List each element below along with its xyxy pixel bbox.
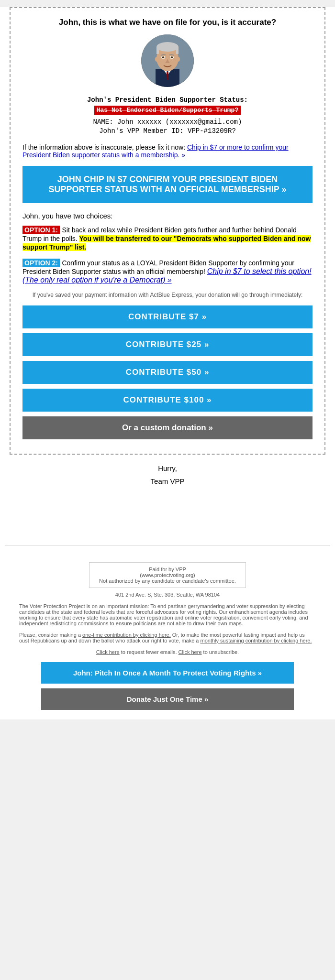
option1-label: OPTION 1: [22, 226, 60, 234]
bottom-cta-gray-button[interactable]: Donate Just One Time » [41, 688, 294, 710]
status-block: John's President Biden Supporter Status:… [22, 96, 313, 135]
svg-point-6 [156, 42, 179, 52]
svg-rect-7 [156, 47, 159, 54]
paid-for-box: Paid for by VPP (www.protectvoting.org) … [89, 562, 246, 588]
address-text: 401 2nd Ave. S, Ste. 303, Seattle, WA 98… [10, 592, 325, 598]
mission-text: The Voter Protection Project is on an im… [10, 603, 325, 626]
status-member-id: John's VPP Member ID: VPP-#13209R? [22, 127, 313, 135]
custom-donation-button[interactable]: Or a custom donation » [22, 416, 313, 439]
consider-text: Please, consider making a one-time contr… [10, 632, 325, 643]
consider-text-1: Please, consider making a [19, 632, 82, 638]
header-title: John, this is what we have on file for y… [22, 18, 313, 27]
paid-for-line3: Not authorized by any candidate or candi… [99, 578, 236, 584]
status-badge: Has Not Endorsed Biden/Supports Trump? [94, 106, 241, 115]
avatar-image [141, 34, 194, 87]
paid-for-line2: (www.protectvoting.org) [99, 572, 236, 578]
consider-link-2[interactable]: monthly sustaining contribution by click… [201, 638, 312, 643]
inaccurate-section: If the information above is inaccurate, … [22, 143, 313, 159]
unsubscribe-link[interactable]: Click here [179, 649, 202, 655]
bottom-cta-blue-button[interactable]: John: Pitch In Once A Month To Protect V… [41, 662, 294, 684]
contribute-50-button[interactable]: CONTRIBUTE $50 » [22, 361, 313, 384]
actblue-note: If you've saved your payment information… [22, 292, 313, 298]
footer-signature: Team VPP [0, 477, 335, 485]
status-label: John's President Biden Supporter Status: [22, 96, 313, 104]
email-container: John, this is what we have on file for y… [10, 7, 325, 455]
inaccurate-label: If the information above is inaccurate, … [22, 143, 187, 151]
paid-for-line1: Paid for by VPP [99, 566, 236, 572]
bottom-section: Paid for by VPP (www.protectvoting.org) … [0, 553, 335, 719]
option2-block: OPTION 2: Confirm your status as a LOYAL… [22, 259, 313, 284]
option1-block: OPTION 1: Sit back and relax while Presi… [22, 226, 313, 251]
fewer-emails-link[interactable]: Click here [96, 649, 120, 655]
svg-point-11 [162, 56, 165, 58]
status-name: NAME: John xxxxxx (xxxxxxx@gmail.com) [22, 118, 313, 126]
avatar-wrapper [22, 34, 313, 89]
two-choices-text: John, you have two choices: [22, 212, 313, 220]
paid-for-link[interactable]: www.protectvoting.org [142, 572, 193, 578]
main-cta-button[interactable]: JOHN CHIP IN $7 CONFIRM YOUR PRESIDENT B… [22, 166, 313, 203]
contribute-7-button[interactable]: CONTRIBUTE $7 » [22, 305, 313, 328]
consider-link-1[interactable]: one-time contribution by clicking here. [82, 632, 171, 638]
contribute-25-button[interactable]: CONTRIBUTE $25 » [22, 333, 313, 356]
svg-point-12 [171, 56, 173, 58]
svg-point-14 [177, 57, 180, 62]
avatar [141, 34, 194, 87]
option2-label: OPTION 2: [22, 259, 60, 267]
unsubscribe-text: Click here to request fewer emails. Clic… [10, 649, 325, 655]
svg-rect-8 [176, 47, 179, 54]
svg-point-13 [155, 57, 158, 62]
contribute-100-button[interactable]: CONTRIBUTE $100 » [22, 389, 313, 412]
spacer [0, 492, 335, 531]
divider-line [5, 545, 330, 545]
footer-hurry: Hurry, [0, 464, 335, 472]
